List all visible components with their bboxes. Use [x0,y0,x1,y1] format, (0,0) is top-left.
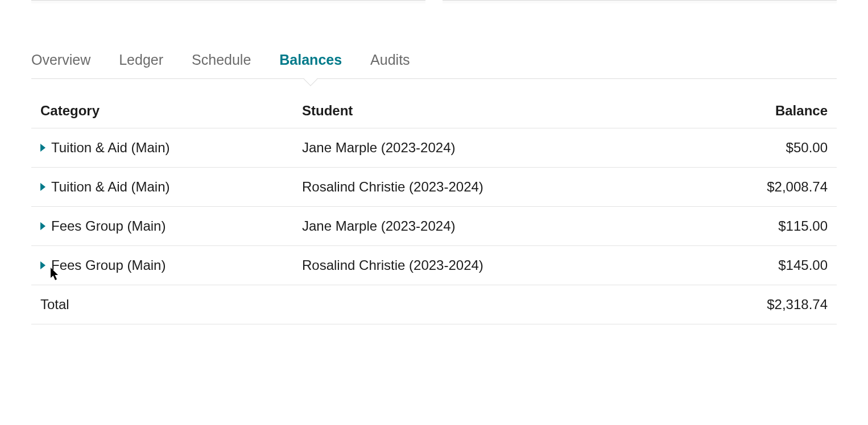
expand-icon[interactable] [40,222,46,230]
balances-table: Category Student Balance Tuition & Aid (… [31,96,837,324]
header-student: Student [302,103,702,119]
cell-student: Jane Marple (2023-2024) [302,140,702,156]
tab-balances[interactable]: Balances [279,52,342,78]
total-value: $2,318.74 [702,297,828,312]
cell-student: Rosalind Christie (2023-2024) [302,179,702,195]
header-balance: Balance [702,103,828,119]
expand-icon[interactable] [40,144,46,152]
cell-balance: $2,008.74 [702,179,828,195]
cell-balance: $115.00 [702,218,828,234]
header-category: Category [40,103,302,119]
tab-audits[interactable]: Audits [370,52,410,78]
cell-category: Fees Group (Main) [51,257,166,273]
cell-balance: $50.00 [702,140,828,156]
cell-category: Fees Group (Main) [51,218,166,234]
cell-student: Rosalind Christie (2023-2024) [302,257,702,273]
cell-category: Tuition & Aid (Main) [51,140,170,156]
cell-student: Jane Marple (2023-2024) [302,218,702,234]
expand-icon[interactable] [40,261,46,269]
expand-icon[interactable] [40,183,46,191]
table-row: Tuition & Aid (Main) Jane Marple (2023-2… [31,128,837,168]
tab-ledger[interactable]: Ledger [119,52,163,78]
table-row: Tuition & Aid (Main) Rosalind Christie (… [31,168,837,207]
tabs-bar: Overview Ledger Schedule Balances Audits [31,52,837,79]
top-divider-segments [0,0,868,3]
table-header-row: Category Student Balance [31,96,837,128]
table-row: Fees Group (Main) Rosalind Christie (202… [31,246,837,285]
tab-overview[interactable]: Overview [31,52,90,78]
top-segment-left [31,0,425,3]
cell-category: Tuition & Aid (Main) [51,179,170,195]
tab-schedule[interactable]: Schedule [192,52,251,78]
table-row: Fees Group (Main) Jane Marple (2023-2024… [31,207,837,246]
cell-balance: $145.00 [702,257,828,273]
top-segment-right [443,0,837,3]
table-total-row: Total $2,318.74 [31,285,837,324]
total-label: Total [40,297,302,312]
